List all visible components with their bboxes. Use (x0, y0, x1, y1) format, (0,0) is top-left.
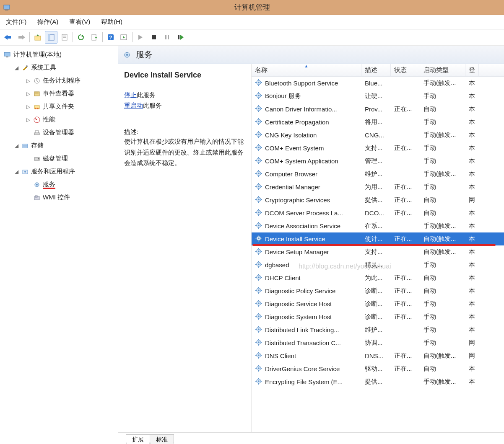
service-row[interactable]: dgbased精灵...手动本 (252, 258, 504, 271)
expand-icon[interactable]: ▷ (25, 91, 31, 97)
toolbar-pause-button[interactable] (161, 31, 174, 44)
service-row[interactable]: COM+ System Application管理...手动本 (252, 155, 504, 168)
tree-services-apps[interactable]: ◢ 服务和应用程序 (1, 165, 117, 178)
service-desc: 使计... (361, 235, 391, 243)
tree-label: 磁盘管理 (43, 155, 68, 163)
service-row[interactable]: DCOM Server Process La...DCO...正在...自动本 (252, 207, 504, 219)
tree-system-tools[interactable]: ◢ 系统工具 (1, 61, 117, 74)
column-status[interactable]: 状态 (391, 64, 420, 76)
toolbar-export-button[interactable] (88, 31, 101, 44)
expand-icon[interactable]: ▷ (25, 104, 31, 110)
toolbar-up-button[interactable] (31, 31, 44, 44)
service-row[interactable]: DHCP Client为此...正在...自动本 (252, 271, 504, 284)
service-startup: 手动(触发... (420, 378, 465, 386)
service-row[interactable]: Device Setup Manager支持...自动(触发...本 (252, 245, 504, 258)
toolbar-restart-button[interactable] (174, 31, 187, 44)
tab-extended[interactable]: 扩展 (126, 434, 150, 444)
tools-icon (21, 64, 29, 72)
service-row[interactable]: Diagnostic System Host诊断...正在...手动本 (252, 310, 504, 323)
column-name[interactable]: ▲名称 (252, 64, 361, 76)
service-desc: 驱动... (361, 365, 391, 373)
service-name: Diagnostic System Host (265, 313, 332, 320)
service-startup: 手动 (420, 339, 465, 347)
service-row[interactable]: Encrypting File System (E...提供...手动(触发..… (252, 375, 504, 388)
expand-icon[interactable]: ◢ (13, 143, 19, 149)
menu-help[interactable]: 帮助(H) (98, 17, 126, 27)
service-logon: 本 (465, 274, 479, 282)
toolbar-play-button[interactable] (134, 31, 147, 44)
storage-icon (21, 142, 29, 150)
gear-icon (255, 118, 262, 126)
service-row[interactable]: Bonjour 服务让硬...手动本 (252, 90, 504, 103)
svg-rect-148 (258, 287, 259, 288)
menu-file[interactable]: 文件(F) (3, 17, 30, 27)
toolbar-separator (73, 32, 73, 42)
toolbar-show-console-tree-button[interactable] (45, 31, 57, 44)
tree-event-viewer[interactable]: ▷ 事件查看器 (1, 87, 117, 100)
tree-root-label: 计算机管理(本地) (13, 51, 62, 59)
tree-device-manager[interactable]: 设备管理器 (1, 126, 117, 139)
gear-icon (33, 181, 41, 189)
service-row[interactable]: DriverGenius Core Service驱动...正在...自动本 (252, 362, 504, 375)
toolbar-forward-button[interactable] (15, 31, 28, 44)
service-row[interactable]: Bluetooth Support ServiceBlue...手动(触发...… (252, 77, 504, 90)
menu-view[interactable]: 查看(V) (66, 17, 94, 27)
service-row[interactable]: DNS ClientDNS...正在...自动(触发...网 (252, 349, 504, 362)
service-startup: 自动(触发... (420, 248, 465, 256)
svg-rect-66 (255, 108, 257, 109)
service-row[interactable]: Diagnostic Policy Service诊断...正在...自动本 (252, 284, 504, 297)
toolbar-properties-button[interactable] (58, 31, 71, 44)
menu-action[interactable]: 操作(A) (34, 17, 62, 27)
toolbar-refresh-button[interactable] (75, 31, 87, 44)
event-viewer-icon (33, 90, 41, 98)
wmi-icon (33, 194, 41, 202)
service-row[interactable]: COM+ Event System支持...正在...手动本 (252, 142, 504, 155)
service-row[interactable]: Computer Browser维护...手动(触发...本 (252, 168, 504, 181)
tree-storage[interactable]: ◢ 存储 (1, 139, 117, 152)
tree-disk-management[interactable]: 磁盘管理 (1, 152, 117, 165)
expand-icon[interactable]: ▷ (25, 78, 31, 84)
performance-icon (33, 116, 41, 124)
service-row[interactable]: Diagnostic Service Host诊断...正在...手动本 (252, 297, 504, 310)
service-status: 正在... (391, 144, 420, 152)
expand-icon[interactable]: ◢ (13, 65, 19, 71)
toolbar: ? (0, 29, 504, 45)
toolbar-manage-button[interactable] (118, 31, 130, 44)
service-row[interactable]: Certificate Propagation将用...手动本 (252, 116, 504, 129)
column-desc[interactable]: 描述 (361, 64, 391, 76)
tree-root[interactable]: 计算机管理(本地) (1, 48, 117, 61)
svg-rect-151 (261, 290, 262, 291)
tree-shared-folders[interactable]: ▷ 共享文件夹 (1, 100, 117, 113)
svg-rect-24 (178, 35, 179, 39)
toolbar-stop-button[interactable] (148, 31, 160, 44)
svg-rect-95 (258, 176, 259, 177)
restart-link[interactable]: 重启动 (124, 102, 143, 109)
toolbar-help-button[interactable]: ? (104, 31, 117, 44)
column-startup[interactable]: 启动类型 (420, 64, 465, 76)
expand-icon[interactable]: ▷ (25, 117, 31, 123)
svg-rect-175 (261, 342, 262, 343)
service-row[interactable]: Distributed Transaction C...协调...手动网 (252, 336, 504, 349)
service-row[interactable]: Distributed Link Tracking...维护...手动本 (252, 323, 504, 336)
tab-standard[interactable]: 标准 (150, 434, 174, 444)
tree-services[interactable]: 服务 (1, 178, 117, 191)
service-row[interactable]: Canon Driver Informatio...Prov...正在...自动… (252, 103, 504, 116)
services-list-body[interactable]: Bluetooth Support ServiceBlue...手动(触发...… (252, 77, 504, 432)
service-row[interactable]: CNG Key IsolationCNG...手动(触发...本 (252, 129, 504, 142)
service-row[interactable]: Cryptographic Services提供...正在...自动网 (252, 194, 504, 207)
tree-wmi[interactable]: WMI 控件 (1, 191, 117, 204)
service-row[interactable]: Device Install Service使计...正在...自动(触发...… (252, 232, 504, 245)
service-row[interactable]: Credential Manager为用...正在...手动本 (252, 181, 504, 194)
svg-rect-125 (258, 240, 259, 242)
column-logon[interactable]: 登 (465, 64, 479, 76)
tree-performance[interactable]: ▷ 性能 (1, 113, 117, 126)
stop-link[interactable]: 停止 (124, 91, 137, 98)
toolbar-separator (29, 32, 30, 42)
expand-icon[interactable]: ◢ (13, 169, 19, 175)
tree-task-scheduler[interactable]: ▷ 任务计划程序 (1, 74, 117, 87)
svg-rect-60 (255, 95, 257, 96)
service-startup: 自动 (420, 209, 465, 217)
svg-rect-11 (63, 36, 66, 36)
service-row[interactable]: Device Association Service在系...手动(触发...本 (252, 219, 504, 232)
toolbar-back-button[interactable] (2, 31, 14, 44)
